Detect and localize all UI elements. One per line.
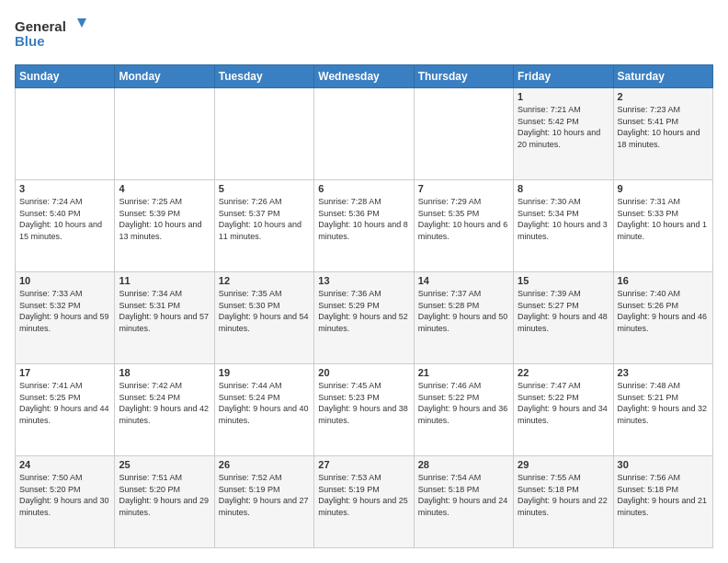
day-number: 6 [318, 183, 409, 194]
day-number: 14 [418, 275, 509, 286]
calendar-cell [414, 88, 513, 180]
calendar-cell: 8 Sunrise: 7:30 AMSunset: 5:34 PMDayligh… [514, 180, 613, 272]
day-number: 25 [119, 459, 210, 470]
weekday-header-saturday: Saturday [613, 65, 712, 88]
day-number: 7 [418, 183, 509, 194]
day-number: 13 [318, 275, 409, 286]
calendar-cell: 25 Sunrise: 7:51 AMSunset: 5:20 PMDaylig… [115, 456, 214, 548]
cell-text: Sunrise: 7:28 AMSunset: 5:36 PMDaylight:… [318, 197, 408, 241]
logo: General Blue [15, 15, 88, 55]
day-number: 11 [119, 275, 210, 286]
page: General Blue SundayMondayTuesdayWednesda… [0, 0, 728, 563]
calendar-cell: 1 Sunrise: 7:21 AMSunset: 5:42 PMDayligh… [514, 88, 613, 180]
calendar-cell [314, 88, 414, 180]
cell-text: Sunrise: 7:54 AMSunset: 5:18 PMDaylight:… [418, 473, 508, 517]
calendar-cell: 9 Sunrise: 7:31 AMSunset: 5:33 PMDayligh… [613, 180, 712, 272]
calendar-cell: 6 Sunrise: 7:28 AMSunset: 5:36 PMDayligh… [314, 180, 414, 272]
day-number: 18 [119, 367, 210, 378]
logo-svg: General Blue [15, 15, 88, 55]
cell-text: Sunrise: 7:24 AMSunset: 5:40 PMDaylight:… [19, 197, 102, 241]
calendar-cell [214, 88, 313, 180]
cell-text: Sunrise: 7:51 AMSunset: 5:20 PMDaylight:… [119, 473, 209, 517]
calendar-cell: 30 Sunrise: 7:56 AMSunset: 5:18 PMDaylig… [613, 456, 712, 548]
calendar-week-2: 3 Sunrise: 7:24 AMSunset: 5:40 PMDayligh… [16, 180, 713, 272]
day-number: 1 [518, 91, 609, 102]
cell-text: Sunrise: 7:41 AMSunset: 5:25 PMDaylight:… [19, 381, 109, 425]
day-number: 5 [219, 183, 310, 194]
cell-text: Sunrise: 7:50 AMSunset: 5:20 PMDaylight:… [19, 473, 109, 517]
day-number: 19 [219, 367, 310, 378]
cell-text: Sunrise: 7:56 AMSunset: 5:18 PMDaylight:… [618, 473, 708, 517]
day-number: 4 [119, 183, 210, 194]
cell-text: Sunrise: 7:34 AMSunset: 5:31 PMDaylight:… [119, 289, 209, 333]
cell-text: Sunrise: 7:21 AMSunset: 5:42 PMDaylight:… [518, 105, 600, 149]
calendar-cell: 13 Sunrise: 7:36 AMSunset: 5:29 PMDaylig… [314, 272, 414, 364]
calendar-cell: 22 Sunrise: 7:47 AMSunset: 5:22 PMDaylig… [514, 364, 613, 456]
calendar-cell: 23 Sunrise: 7:48 AMSunset: 5:21 PMDaylig… [613, 364, 712, 456]
cell-text: Sunrise: 7:46 AMSunset: 5:22 PMDaylight:… [418, 381, 508, 425]
weekday-header-tuesday: Tuesday [214, 65, 313, 88]
cell-text: Sunrise: 7:42 AMSunset: 5:24 PMDaylight:… [119, 381, 209, 425]
cell-text: Sunrise: 7:36 AMSunset: 5:29 PMDaylight:… [318, 289, 408, 333]
calendar-cell: 18 Sunrise: 7:42 AMSunset: 5:24 PMDaylig… [115, 364, 214, 456]
svg-text:General: General [15, 18, 66, 34]
calendar-cell: 4 Sunrise: 7:25 AMSunset: 5:39 PMDayligh… [115, 180, 214, 272]
day-number: 3 [19, 183, 110, 194]
cell-text: Sunrise: 7:44 AMSunset: 5:24 PMDaylight:… [219, 381, 309, 425]
calendar-cell: 10 Sunrise: 7:33 AMSunset: 5:32 PMDaylig… [16, 272, 115, 364]
weekday-header-monday: Monday [115, 65, 214, 88]
cell-text: Sunrise: 7:29 AMSunset: 5:35 PMDaylight:… [418, 197, 508, 241]
day-number: 21 [418, 367, 509, 378]
cell-text: Sunrise: 7:52 AMSunset: 5:19 PMDaylight:… [219, 473, 309, 517]
day-number: 20 [318, 367, 409, 378]
weekday-header-sunday: Sunday [16, 65, 115, 88]
calendar-cell: 14 Sunrise: 7:37 AMSunset: 5:28 PMDaylig… [414, 272, 513, 364]
calendar-cell: 2 Sunrise: 7:23 AMSunset: 5:41 PMDayligh… [613, 88, 712, 180]
day-number: 24 [19, 459, 110, 470]
cell-text: Sunrise: 7:39 AMSunset: 5:27 PMDaylight:… [518, 289, 608, 333]
cell-text: Sunrise: 7:53 AMSunset: 5:19 PMDaylight:… [318, 473, 408, 517]
day-number: 15 [518, 275, 609, 286]
cell-text: Sunrise: 7:26 AMSunset: 5:37 PMDaylight:… [219, 197, 301, 241]
svg-marker-2 [77, 18, 86, 28]
header: General Blue [15, 15, 713, 55]
weekday-header-thursday: Thursday [414, 65, 513, 88]
weekday-header-row: SundayMondayTuesdayWednesdayThursdayFrid… [16, 65, 713, 88]
day-number: 27 [318, 459, 409, 470]
calendar-cell: 24 Sunrise: 7:50 AMSunset: 5:20 PMDaylig… [16, 456, 115, 548]
cell-text: Sunrise: 7:55 AMSunset: 5:18 PMDaylight:… [518, 473, 608, 517]
calendar-cell [16, 88, 115, 180]
day-number: 23 [618, 367, 709, 378]
calendar-cell: 29 Sunrise: 7:55 AMSunset: 5:18 PMDaylig… [514, 456, 613, 548]
calendar-cell: 15 Sunrise: 7:39 AMSunset: 5:27 PMDaylig… [514, 272, 613, 364]
calendar-cell: 17 Sunrise: 7:41 AMSunset: 5:25 PMDaylig… [16, 364, 115, 456]
weekday-header-friday: Friday [514, 65, 613, 88]
calendar-week-5: 24 Sunrise: 7:50 AMSunset: 5:20 PMDaylig… [16, 456, 713, 548]
cell-text: Sunrise: 7:25 AMSunset: 5:39 PMDaylight:… [119, 197, 201, 241]
day-number: 9 [618, 183, 709, 194]
calendar-cell: 21 Sunrise: 7:46 AMSunset: 5:22 PMDaylig… [414, 364, 513, 456]
calendar-cell: 28 Sunrise: 7:54 AMSunset: 5:18 PMDaylig… [414, 456, 513, 548]
calendar: SundayMondayTuesdayWednesdayThursdayFrid… [15, 64, 713, 548]
calendar-cell: 16 Sunrise: 7:40 AMSunset: 5:26 PMDaylig… [613, 272, 712, 364]
cell-text: Sunrise: 7:40 AMSunset: 5:26 PMDaylight:… [618, 289, 708, 333]
svg-text:Blue: Blue [15, 33, 45, 49]
calendar-cell: 12 Sunrise: 7:35 AMSunset: 5:30 PMDaylig… [214, 272, 313, 364]
cell-text: Sunrise: 7:37 AMSunset: 5:28 PMDaylight:… [418, 289, 508, 333]
calendar-cell: 5 Sunrise: 7:26 AMSunset: 5:37 PMDayligh… [214, 180, 313, 272]
day-number: 30 [618, 459, 709, 470]
day-number: 17 [19, 367, 110, 378]
day-number: 28 [418, 459, 509, 470]
day-number: 12 [219, 275, 310, 286]
calendar-cell: 3 Sunrise: 7:24 AMSunset: 5:40 PMDayligh… [16, 180, 115, 272]
day-number: 26 [219, 459, 310, 470]
calendar-cell: 19 Sunrise: 7:44 AMSunset: 5:24 PMDaylig… [214, 364, 313, 456]
day-number: 16 [618, 275, 709, 286]
day-number: 10 [19, 275, 110, 286]
calendar-cell: 20 Sunrise: 7:45 AMSunset: 5:23 PMDaylig… [314, 364, 414, 456]
cell-text: Sunrise: 7:45 AMSunset: 5:23 PMDaylight:… [318, 381, 408, 425]
calendar-week-3: 10 Sunrise: 7:33 AMSunset: 5:32 PMDaylig… [16, 272, 713, 364]
cell-text: Sunrise: 7:47 AMSunset: 5:22 PMDaylight:… [518, 381, 608, 425]
calendar-week-4: 17 Sunrise: 7:41 AMSunset: 5:25 PMDaylig… [16, 364, 713, 456]
calendar-cell: 26 Sunrise: 7:52 AMSunset: 5:19 PMDaylig… [214, 456, 313, 548]
